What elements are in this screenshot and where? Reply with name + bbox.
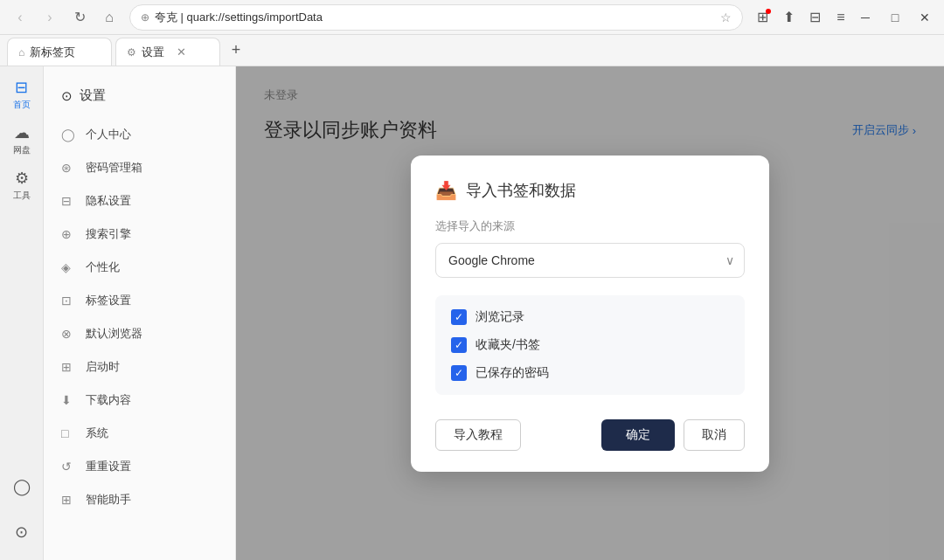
checkbox-passwords-label: 已保存的密码 [475,365,549,381]
checkbox-bookmarks-label: 收藏夹/书签 [475,337,540,353]
tab-home-icon: ⌂ [18,46,24,59]
menu-item-startup[interactable]: ⊞ 启动时 [44,350,235,384]
tools-icon: ⚙ [15,169,29,188]
confirm-button[interactable]: 确定 [601,419,675,451]
menu-label-downloads: 下载内容 [86,392,131,408]
menu-label-default-browser: 默认浏览器 [86,326,142,342]
privacy-icon: ⊟ [61,194,77,208]
sidebar-item-settings[interactable]: ⊙ [4,511,39,553]
checkbox-history-box: ✓ [451,309,467,325]
cloud-icon: ☁ [14,123,30,142]
share-icon[interactable]: ⬆ [776,5,801,30]
startup-icon: ⊞ [61,360,77,374]
password-icon: ⊛ [61,161,77,175]
checkbox-history[interactable]: ✓ 浏览记录 [451,309,729,325]
settings-tab[interactable]: ⚙ 设置 ✕ [115,38,220,66]
checkmark-history: ✓ [455,311,463,323]
modal-title-icon: 📥 [435,180,457,201]
restore-button[interactable]: □ [883,5,907,30]
content-area: 未登录 登录以同步账户资料 开启云同步 › 📥 导入书签和数据 选择导入的来源 … [236,66,944,560]
checkmark-passwords: ✓ [455,367,463,379]
menu-item-reset[interactable]: ↺ 重重设置 [44,450,235,483]
checkbox-history-label: 浏览记录 [475,309,524,325]
menu-item-bookmarks[interactable]: ⊡ 标签设置 [44,284,235,317]
modal-title-text: 导入书签和数据 [466,180,576,201]
menu-label-personalize: 个性化 [86,259,120,275]
search-icon: ⊕ [61,227,77,241]
back-button[interactable]: ‹ [7,4,33,31]
checkbox-group: ✓ 浏览记录 ✓ 收藏夹/书签 ✓ 已保存的密码 [435,295,745,395]
toolbar-icons: ⊞ ⬆ ⊟ ≡ [750,5,853,30]
cloud-icon-label: 网盘 [13,144,31,156]
home-icon-label: 首页 [13,99,31,111]
new-tab-tab[interactable]: ⌂ 新标签页 [7,38,112,66]
menu-item-profile[interactable]: ◯ 个人中心 [44,118,235,151]
profile-icon: ◯ [61,128,77,142]
notification-dot [766,9,771,14]
sidebar-item-home[interactable]: ⊟ 首页 [4,73,39,115]
menu-item-password[interactable]: ⊛ 密码管理箱 [44,151,235,184]
source-select[interactable]: Google Chrome Firefox Edge Safari Opera [435,243,745,278]
checkbox-passwords[interactable]: ✓ 已保存的密码 [451,365,729,381]
settings-sidebar: ⊙ 设置 ◯ 个人中心 ⊛ 密码管理箱 ⊟ 隐私设置 ⊕ 搜索引擎 ◈ 个性化 … [44,66,236,560]
menu-label-reset: 重重设置 [86,459,131,474]
menu-item-personalize[interactable]: ◈ 个性化 [44,251,235,284]
refresh-button[interactable]: ↻ [66,4,93,31]
import-guide-button[interactable]: 导入教程 [435,419,521,451]
address-bar[interactable]: ⊕ 夸克 | quark://settings/importData ☆ [129,4,743,31]
checkmark-bookmarks: ✓ [455,339,463,351]
menu-label-profile: 个人中心 [86,127,131,142]
home-button[interactable]: ⌂ [96,4,122,31]
menu-label-startup: 启动时 [86,359,120,375]
settings-icon: ⊙ [15,522,28,542]
new-tab-label: 新标签页 [30,45,75,60]
menu-item-downloads[interactable]: ⬇ 下载内容 [44,384,235,417]
bookmark-star-icon[interactable]: ☆ [720,10,732,24]
settings-tab-close[interactable]: ✕ [173,45,189,60]
menu-label-privacy: 隐私设置 [86,193,131,209]
settings-title-text: 设置 [80,87,106,104]
tab-settings-icon: ⚙ [127,46,136,59]
address-area: ⊕ 夸克 | quark://settings/importData ☆ [129,4,743,31]
sidebar-item-cloud[interactable]: ☁ 网盘 [4,119,39,161]
new-tab-button[interactable]: + [224,38,248,62]
sidebar-item-user[interactable]: ◯ [4,466,39,508]
main-area: ⊟ 首页 ☁ 网盘 ⚙ 工具 ◯ ⊙ ⊙ 设置 ◯ 个人中心 ⊛ 密码管理 [0,66,944,560]
address-security-icon: ⊕ [141,11,149,24]
menu-item-privacy[interactable]: ⊟ 隐私设置 [44,184,235,218]
forward-button[interactable]: › [37,4,63,31]
home-icon: ⊟ [15,78,28,97]
user-icon: ◯ [13,477,31,496]
menu-label-system: 系统 [86,425,108,441]
menu-item-search[interactable]: ⊕ 搜索引擎 [44,218,235,251]
checkbox-bookmarks[interactable]: ✓ 收藏夹/书签 [451,337,729,353]
address-url: 夸克 | quark://settings/importData [155,10,715,25]
menu-icon[interactable]: ≡ [829,5,853,30]
checkbox-bookmarks-box: ✓ [451,337,467,353]
reset-icon: ↺ [61,460,77,474]
menu-item-assistant[interactable]: ⊞ 智能助手 [44,483,235,516]
minimize-button[interactable]: ─ [853,5,878,30]
menu-item-default-browser[interactable]: ⊗ 默认浏览器 [44,317,235,350]
menu-label-search: 搜索引擎 [86,226,131,242]
window-controls: ─ □ ✕ [853,5,937,30]
close-button[interactable]: ✕ [913,5,937,30]
bookmarks-icon: ⊡ [61,294,77,308]
personalize-icon: ◈ [61,260,77,274]
checkbox-passwords-box: ✓ [451,365,467,381]
menu-label-bookmarks: 标签设置 [86,293,131,308]
default-browser-icon: ⊗ [61,327,77,341]
extensions-icon[interactable]: ⊞ [750,5,774,30]
collections-icon[interactable]: ⊟ [802,5,827,30]
cancel-button[interactable]: 取消 [684,419,745,451]
menu-label-assistant: 智能助手 [86,492,131,508]
menu-label-password: 密码管理箱 [86,160,142,176]
tab-bar: ⌂ 新标签页 ⚙ 设置 ✕ + [0,35,944,66]
settings-sidebar-title: ⊙ 设置 [44,80,235,111]
sidebar-item-tools[interactable]: ⚙ 工具 [4,164,39,206]
modal-title: 📥 导入书签和数据 [435,180,745,201]
menu-item-system[interactable]: □ 系统 [44,417,235,450]
modal-overlay: 📥 导入书签和数据 选择导入的来源 Google Chrome Firefox … [236,66,944,560]
system-icon: □ [61,426,77,440]
settings-title-icon: ⊙ [61,88,73,104]
